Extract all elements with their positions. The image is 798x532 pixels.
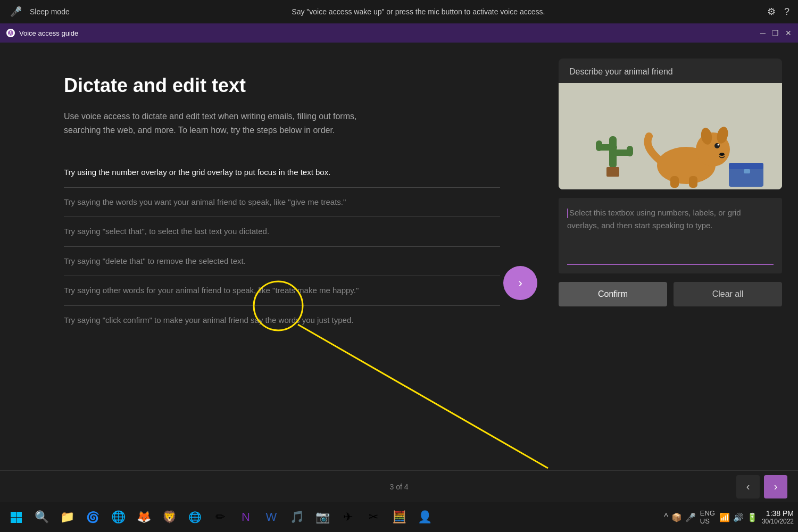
svg-point-1 xyxy=(10,31,12,33)
page-title: Dictate and edit text xyxy=(64,74,500,97)
right-panel: Describe your animal friend xyxy=(543,43,798,470)
text-cursor xyxy=(567,209,568,218)
dropbox-icon[interactable]: 📦 xyxy=(671,512,682,522)
text-area-placeholder: Select this textbox using numbers, label… xyxy=(567,206,774,232)
spotify-icon[interactable]: 🎵 xyxy=(285,505,309,529)
animal-card-title: Describe your animal friend xyxy=(559,59,782,83)
svg-point-14 xyxy=(718,144,719,146)
network-icons: 📶 🔊 🔋 xyxy=(719,512,758,522)
step-4: Try saying "delete that" to remove the s… xyxy=(64,247,500,277)
camera-icon[interactable]: 📷 xyxy=(311,505,334,529)
svg-rect-5 xyxy=(596,140,602,151)
svg-rect-25 xyxy=(16,512,22,517)
next-button-container: › xyxy=(503,266,537,300)
taskbar-icons: 🔍 📁 🌀 🌐 🦊 🦁 🌐 ✏ N W 🎵 📷 ✈ ✂ 🧮 👤 xyxy=(4,505,436,529)
clear-all-button[interactable]: Clear all xyxy=(674,282,782,306)
snipping-icon[interactable]: ✂ xyxy=(362,505,385,529)
settings-icon[interactable]: ⚙ xyxy=(767,6,776,18)
edge-icon[interactable]: 🌀 xyxy=(81,505,104,529)
left-panel: Dictate and edit text Use voice access t… xyxy=(0,43,543,470)
page-indicator: 3 of 4 xyxy=(389,483,408,491)
svg-rect-7 xyxy=(627,146,633,156)
main-content: Dictate and edit text Use voice access t… xyxy=(0,43,798,470)
start-button[interactable] xyxy=(4,505,28,529)
word-icon[interactable]: W xyxy=(260,505,283,529)
page-description: Use voice access to dictate and edit tex… xyxy=(64,110,372,137)
system-clock[interactable]: 1:38 PM 30/10/2022 xyxy=(762,509,794,525)
voice-status: Sleep mode xyxy=(30,7,70,16)
text-input-area[interactable]: Select this textbox using numbers, label… xyxy=(559,198,782,273)
next-circle-button[interactable]: › xyxy=(503,266,537,300)
voice-bar-actions: ⚙ ? xyxy=(767,6,789,18)
msn-icon[interactable]: 🌐 xyxy=(106,505,130,529)
svg-rect-17 xyxy=(670,176,679,188)
taskbar: 🔍 📁 🌀 🌐 🦊 🦁 🌐 ✏ N W 🎵 📷 ✈ ✂ 🧮 👤 ^ 📦 🎤 EN… xyxy=(0,502,798,532)
svg-rect-18 xyxy=(689,176,697,188)
microphone-icon[interactable]: 🎤 xyxy=(9,4,23,19)
animal-image xyxy=(559,83,782,189)
bottom-bar: 3 of 4 ‹ › xyxy=(0,470,798,502)
svg-rect-26 xyxy=(11,518,16,523)
svg-rect-20 xyxy=(729,163,763,169)
wifi-icon[interactable]: 📶 xyxy=(719,512,730,522)
svg-point-16 xyxy=(719,153,725,156)
files-button[interactable]: 📁 xyxy=(55,505,79,529)
window-title: Voice access guide xyxy=(19,29,756,37)
clock-time: 1:38 PM xyxy=(762,509,794,518)
chrome-icon[interactable]: 🌐 xyxy=(183,505,206,529)
maximize-button[interactable]: ❐ xyxy=(772,29,779,37)
app-icon xyxy=(6,29,15,37)
svg-rect-24 xyxy=(11,512,16,517)
step-5: Try saying other words for your animal f… xyxy=(64,276,500,306)
system-tray-icons: ^ 📦 🎤 xyxy=(664,512,696,522)
volume-icon[interactable]: 🔊 xyxy=(733,512,744,522)
title-bar: Voice access guide ─ ❐ ✕ xyxy=(0,23,798,43)
steps-list: Try using the number overlay or the grid… xyxy=(64,158,500,335)
svg-point-13 xyxy=(714,143,720,148)
prev-button[interactable]: ‹ xyxy=(736,475,760,498)
battery-icon[interactable]: 🔋 xyxy=(747,512,758,522)
help-icon[interactable]: ? xyxy=(784,6,789,18)
pencil-icon[interactable]: ✏ xyxy=(209,505,232,529)
step-2: Try saying the words you want your anima… xyxy=(64,188,500,218)
text-area-underline xyxy=(567,264,774,265)
next-page-button[interactable]: › xyxy=(764,475,787,498)
brave-icon[interactable]: 🦁 xyxy=(157,505,181,529)
voice-bar: 🎤 Sleep mode Say "voice access wake up" … xyxy=(0,0,798,23)
tray-expand[interactable]: ^ xyxy=(664,512,668,522)
minimize-button[interactable]: ─ xyxy=(760,29,766,37)
firefox-icon[interactable]: 🦊 xyxy=(132,505,155,529)
animal-card: Describe your animal friend xyxy=(559,59,782,189)
close-button[interactable]: ✕ xyxy=(785,29,792,37)
calculator-icon[interactable]: 🧮 xyxy=(387,505,411,529)
taskbar-right: ^ 📦 🎤 ENGUS 📶 🔊 🔋 1:38 PM 30/10/2022 xyxy=(664,509,794,525)
action-buttons: Confirm Clear all xyxy=(559,282,782,306)
clock-date: 30/10/2022 xyxy=(762,518,794,525)
nav-controls[interactable]: ‹ › xyxy=(736,475,787,498)
telegram-icon[interactable]: ✈ xyxy=(336,505,360,529)
confirm-button[interactable]: Confirm xyxy=(559,282,667,306)
step-1: Try using the number overlay or the grid… xyxy=(64,158,500,188)
language-indicator[interactable]: ENGUS xyxy=(700,509,715,525)
onenote-icon[interactable]: N xyxy=(234,505,257,529)
svg-rect-8 xyxy=(606,167,619,177)
voice-instruction: Say "voice access wake up" or press the … xyxy=(76,7,761,16)
step-6: Try saying "click confirm" to make your … xyxy=(64,306,500,335)
svg-rect-21 xyxy=(744,169,750,173)
mic-tray-icon[interactable]: 🎤 xyxy=(685,512,696,522)
step-3: Try saying "select that", to select the … xyxy=(64,217,500,247)
svg-rect-27 xyxy=(16,518,22,523)
search-taskbar-button[interactable]: 🔍 xyxy=(30,505,53,529)
window-controls[interactable]: ─ ❐ ✕ xyxy=(760,29,792,37)
user-icon[interactable]: 👤 xyxy=(413,505,436,529)
